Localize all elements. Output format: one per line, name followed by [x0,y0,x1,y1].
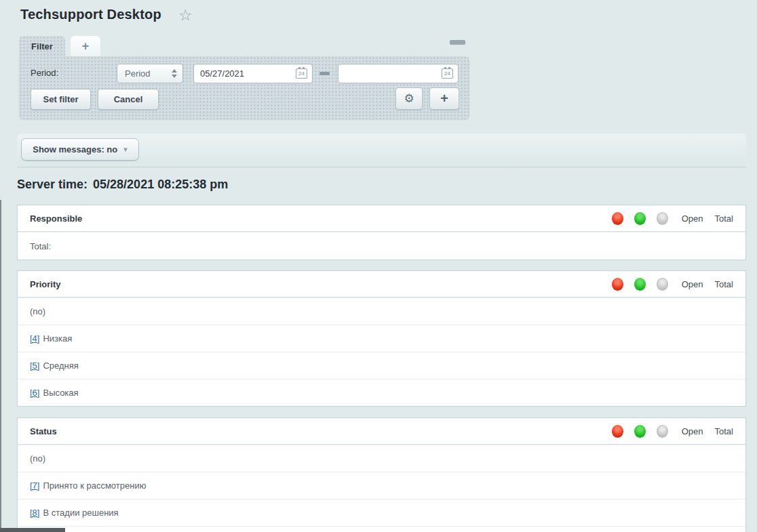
period-select-value: Period [125,68,172,79]
filter-settings-button[interactable]: ⚙ [395,87,423,110]
green-status-dot-icon [634,278,646,291]
status-table: Status Open Total (no) [7] Принято к рас… [17,417,746,532]
column-header-total: Total [715,213,733,224]
chevron-down-icon: ▾ [123,145,128,154]
table-title: Responsible [30,213,601,224]
table-row [18,526,745,532]
set-filter-button[interactable]: Set filter [31,89,91,110]
cancel-button[interactable]: Cancel [98,89,159,110]
column-header-open: Open [682,426,703,436]
server-time: Server time:05/28/2021 08:25:38 pm [17,178,228,192]
table-row: [6] Высокая [18,379,745,406]
table-row: [4] Низкая [18,325,745,352]
row-text: (no) [30,306,45,316]
column-header-open: Open [682,279,703,289]
page-title: Techsupport Desktop [20,7,161,22]
priority-table-header: Priority Open Total [18,271,745,298]
status-table-header: Status Open Total [18,418,745,445]
tab-filter[interactable]: Filter [19,36,65,56]
favorite-star-icon[interactable]: ☆ [178,5,193,24]
row-text: Высокая [43,388,78,398]
green-status-dot-icon [634,425,646,438]
table-row: (no) [18,445,745,472]
red-status-dot-icon [612,212,623,225]
gray-status-dot-icon [657,425,668,438]
plus-icon: + [82,39,90,54]
gray-status-dot-icon [657,278,668,291]
row-id-link[interactable]: [4] [30,333,39,344]
table-row: Total: [18,232,745,260]
row-text: Низкая [43,333,72,344]
date-to-field: 24 [338,64,459,83]
window-edge-left [0,200,1,532]
date-range-dash [319,72,330,75]
collapse-filter-icon[interactable] [450,40,465,45]
table-row: (no) [18,298,745,325]
row-id-link[interactable]: [8] [30,508,39,518]
filter-panel: Period: Period 24 24 Set filter Cancel ⚙… [19,56,469,119]
responsible-table-header: Responsible Open Total [18,205,745,232]
responsible-table: Responsible Open Total Total: [17,205,746,260]
calendar-icon[interactable]: 24 [296,68,307,79]
gray-status-dot-icon [657,212,668,225]
table-title: Priority [30,279,601,289]
show-messages-label: Show messages: no [33,144,117,155]
green-status-dot-icon [634,212,646,225]
period-label: Period: [31,68,58,78]
date-to-input[interactable] [338,64,458,83]
row-text: Средняя [43,361,78,371]
table-row: [5] Средняя [18,352,745,379]
show-messages-dropdown[interactable]: Show messages: no ▾ [21,138,139,161]
select-spinner-icon [172,69,177,78]
column-header-open: Open [682,213,703,224]
table-title: Status [30,426,601,436]
add-filter-field-button[interactable]: + [429,87,459,110]
column-header-total: Total [715,279,733,289]
date-from-input[interactable] [194,64,312,83]
window-edge-bottom [0,528,65,532]
row-id-link[interactable]: [7] [30,480,39,491]
priority-table: Priority Open Total (no) [4] Низкая [5] … [17,270,746,407]
server-time-value: 05/28/2021 08:25:38 pm [93,178,228,191]
table-row: [7] Принято к рассмотрению [18,472,745,499]
row-id-link[interactable]: [6] [30,388,39,398]
row-text: Принято к рассмотрению [43,480,146,491]
date-from-field: 24 [193,64,313,83]
gear-icon: ⚙ [404,92,414,105]
red-status-dot-icon [612,425,623,438]
red-status-dot-icon [612,278,623,291]
period-select[interactable]: Period [117,64,183,83]
row-text: Total: [30,241,51,251]
table-row: [8] В стадии решения [18,499,745,526]
server-time-label: Server time: [17,178,88,191]
calendar-icon[interactable]: 24 [442,68,453,79]
row-text: (no) [30,453,45,464]
messages-toolbar: Show messages: no ▾ [17,134,746,167]
row-id-link[interactable]: [5] [30,361,39,371]
row-text: В стадии решения [43,508,118,518]
column-header-total: Total [715,426,733,436]
plus-icon: + [440,91,448,106]
add-filter-tab-button[interactable]: + [71,36,100,56]
techsupport-desktop-page: { "header": { "title": "Techsupport Desk… [0,0,757,532]
